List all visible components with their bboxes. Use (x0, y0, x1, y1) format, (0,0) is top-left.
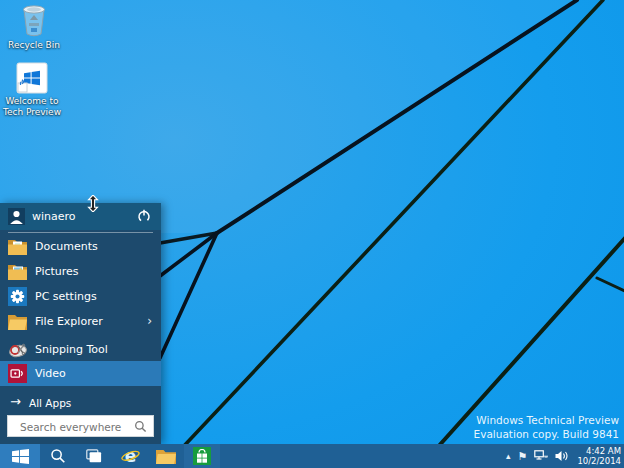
menu-item-file-explorer[interactable]: File Explorer › (0, 309, 161, 334)
desktop-icon-label: Recycle Bin (2, 40, 66, 51)
menu-item-video[interactable]: Video (0, 361, 161, 386)
yellow-folder-icon (156, 448, 176, 464)
clock-date: 10/2/2014 (577, 456, 621, 466)
ns-resize-cursor-icon (87, 195, 99, 212)
volume-icon[interactable] (555, 450, 568, 462)
magnifier-icon[interactable] (134, 420, 147, 433)
video-camera-tile-icon (8, 364, 27, 383)
task-view-button[interactable] (76, 444, 112, 468)
network-icon[interactable] (534, 450, 548, 462)
menu-item-label: Pictures (35, 265, 79, 278)
welcome-shortcut-icon (0, 62, 64, 94)
gear-tile-icon (8, 287, 27, 306)
desktop-icon-label-line2: Tech Preview (0, 107, 64, 118)
desktop-icon-welcome[interactable]: Welcome to Tech Preview (0, 62, 64, 118)
menu-item-label: PC settings (35, 290, 97, 303)
all-apps-button[interactable]: → All Apps (0, 391, 161, 416)
all-apps-arrow-icon: → (10, 394, 21, 409)
svg-text:e: e (124, 447, 136, 466)
show-hidden-icons-chevron-icon[interactable]: ▴ (506, 452, 511, 461)
store-button[interactable] (184, 444, 220, 468)
search-input[interactable] (18, 416, 132, 438)
power-icon[interactable] (137, 209, 151, 223)
window-frames-icon (86, 449, 102, 463)
clock[interactable]: 4:42 AM 10/2/2014 (575, 446, 621, 466)
submenu-chevron-icon: › (147, 314, 152, 328)
menu-item-label: Video (35, 367, 66, 380)
taskbar-search-button[interactable] (40, 444, 76, 468)
snipping-scissors-icon (8, 340, 27, 359)
clock-time: 4:42 AM (577, 446, 621, 456)
menu-item-label: Snipping Tool (35, 343, 108, 356)
desktop-icon-label-line1: Welcome to (0, 96, 64, 107)
user-avatar-icon[interactable] (8, 208, 25, 225)
store-icon (193, 447, 211, 465)
start-menu-header: winaero (0, 203, 161, 230)
username[interactable]: winaero (32, 210, 76, 223)
menu-item-label: Documents (35, 240, 98, 253)
header-separator (8, 232, 153, 233)
all-apps-label: All Apps (29, 397, 71, 409)
internet-explorer-button[interactable]: e (112, 444, 148, 468)
documents-folder-icon (8, 237, 27, 256)
menu-item-pc-settings[interactable]: PC settings (0, 284, 161, 309)
file-explorer-button[interactable] (148, 444, 184, 468)
recycle-bin-icon (2, 4, 66, 38)
ie-icon: e (121, 447, 140, 466)
menu-item-documents[interactable]: Documents (0, 234, 161, 259)
watermark-line2: Evaluation copy. Build 9841 (474, 428, 619, 442)
desktop-icon-recycle-bin[interactable]: Recycle Bin (2, 4, 66, 51)
start-button[interactable] (0, 444, 40, 468)
build-watermark: Windows Technical Preview Evaluation cop… (474, 414, 619, 441)
taskbar: e ▴ (0, 444, 624, 468)
menu-item-pictures[interactable]: Pictures (0, 259, 161, 284)
system-tray: ▴ ⚑ 4:42 AM 10/2/2014 (506, 444, 621, 468)
action-center-flag-icon[interactable]: ⚑ (518, 451, 528, 462)
watermark-line1: Windows Technical Preview (474, 414, 619, 428)
explorer-folder-icon (8, 312, 27, 331)
windows-logo-icon (12, 449, 29, 464)
menu-item-label: File Explorer (35, 315, 103, 328)
search-icon (50, 448, 66, 464)
start-menu: winaero Documents (0, 203, 161, 444)
menu-item-snipping-tool[interactable]: Snipping Tool (0, 337, 161, 362)
pictures-folder-icon (8, 262, 27, 281)
search-box[interactable] (7, 415, 154, 437)
desktop: Recycle Bin Welcome to Tech Preview Wind… (0, 0, 624, 468)
